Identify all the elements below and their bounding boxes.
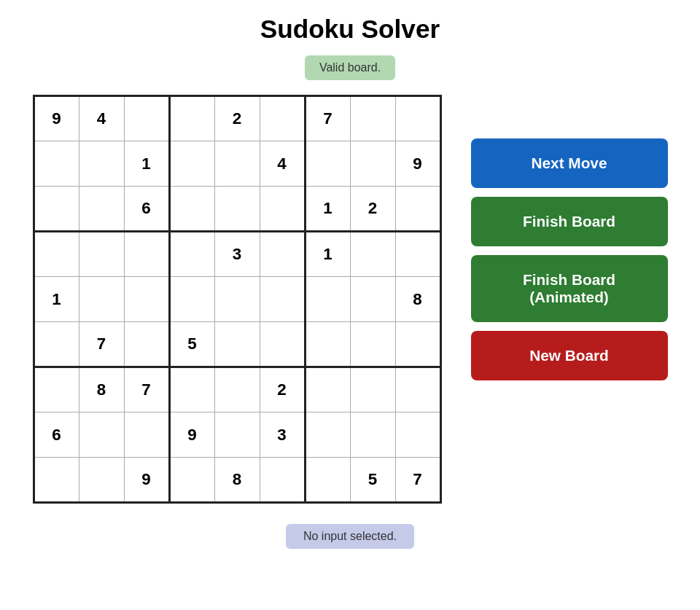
grid-cell[interactable] xyxy=(395,96,440,141)
grid-cell[interactable] xyxy=(350,141,395,187)
grid-cell[interactable] xyxy=(214,367,260,412)
grid-cell[interactable]: 9 xyxy=(395,141,440,187)
grid-cell[interactable] xyxy=(124,412,169,458)
grid-cell[interactable]: 3 xyxy=(260,412,305,458)
grid-cell[interactable] xyxy=(124,322,169,367)
grid-cell[interactable] xyxy=(350,367,395,412)
grid-cell[interactable]: 7 xyxy=(124,367,169,412)
grid-cell[interactable] xyxy=(79,458,124,503)
grid-cell[interactable]: 8 xyxy=(395,277,440,322)
grid-cell[interactable] xyxy=(79,412,124,458)
grid-cell[interactable] xyxy=(169,96,214,141)
grid-cell[interactable] xyxy=(214,187,260,232)
grid-cell[interactable]: 2 xyxy=(350,187,395,232)
grid-cell[interactable] xyxy=(305,141,350,187)
grid-cell[interactable] xyxy=(305,367,350,412)
grid-cell[interactable]: 2 xyxy=(214,96,260,141)
grid-cell[interactable] xyxy=(169,277,214,322)
grid-cell[interactable] xyxy=(34,367,79,412)
grid-cell[interactable] xyxy=(169,367,214,412)
grid-cell[interactable] xyxy=(260,187,305,232)
grid-cell[interactable] xyxy=(395,322,440,367)
grid-cell[interactable] xyxy=(395,367,440,412)
bottom-status-badge: No input selected. xyxy=(286,524,414,549)
page-title: Sudoku Solver xyxy=(260,15,440,44)
grid-cell[interactable] xyxy=(79,141,124,187)
grid-cell[interactable] xyxy=(395,412,440,458)
next-move-button[interactable]: Next Move xyxy=(471,138,668,188)
grid-cell[interactable] xyxy=(214,277,260,322)
grid-cell[interactable] xyxy=(169,187,214,232)
grid-cell[interactable] xyxy=(169,458,214,503)
grid-cell[interactable]: 8 xyxy=(79,367,124,412)
grid-cell[interactable]: 7 xyxy=(395,458,440,503)
grid-cell[interactable] xyxy=(305,412,350,458)
grid-cell[interactable] xyxy=(395,187,440,232)
new-board-button[interactable]: New Board xyxy=(471,331,668,380)
grid-cell[interactable] xyxy=(305,322,350,367)
grid-cell[interactable] xyxy=(260,96,305,141)
grid-cell[interactable] xyxy=(124,232,169,277)
grid-cell[interactable] xyxy=(79,232,124,277)
grid-cell[interactable] xyxy=(395,232,440,277)
grid-cell[interactable] xyxy=(79,277,124,322)
grid-cell[interactable]: 1 xyxy=(305,187,350,232)
grid-cell[interactable]: 9 xyxy=(34,96,79,141)
grid-cell[interactable]: 1 xyxy=(34,277,79,322)
grid-cell[interactable] xyxy=(169,141,214,187)
grid-cell[interactable] xyxy=(260,322,305,367)
sudoku-grid: 94271496123118758726939857 xyxy=(33,95,442,504)
grid-cell[interactable] xyxy=(79,187,124,232)
grid-cell[interactable]: 3 xyxy=(214,232,260,277)
grid-cell[interactable] xyxy=(260,232,305,277)
grid-cell[interactable]: 9 xyxy=(169,412,214,458)
grid-cell[interactable]: 4 xyxy=(260,141,305,187)
grid-cell[interactable] xyxy=(350,412,395,458)
grid-cell[interactable] xyxy=(124,277,169,322)
grid-cell[interactable] xyxy=(260,458,305,503)
grid-cell[interactable]: 7 xyxy=(305,96,350,141)
grid-cell[interactable] xyxy=(34,458,79,503)
grid-cell[interactable] xyxy=(214,412,260,458)
grid-cell[interactable] xyxy=(214,322,260,367)
grid-cell[interactable] xyxy=(214,141,260,187)
grid-cell[interactable]: 7 xyxy=(79,322,124,367)
grid-cell[interactable]: 4 xyxy=(79,96,124,141)
grid-cell[interactable]: 5 xyxy=(350,458,395,503)
grid-cell[interactable] xyxy=(34,187,79,232)
grid-cell[interactable]: 1 xyxy=(124,141,169,187)
grid-cell[interactable] xyxy=(350,322,395,367)
grid-cell[interactable] xyxy=(350,277,395,322)
grid-cell[interactable] xyxy=(34,232,79,277)
main-area: 94271496123118758726939857 Next Move Fin… xyxy=(33,95,668,504)
grid-cell[interactable] xyxy=(124,96,169,141)
grid-cell[interactable]: 1 xyxy=(305,232,350,277)
grid-cell[interactable]: 2 xyxy=(260,367,305,412)
finish-board-animated-button[interactable]: Finish Board (Animated) xyxy=(471,255,668,322)
grid-cell[interactable]: 9 xyxy=(124,458,169,503)
grid-cell[interactable] xyxy=(350,96,395,141)
grid-cell[interactable] xyxy=(305,277,350,322)
grid-cell[interactable]: 6 xyxy=(124,187,169,232)
grid-cell[interactable]: 6 xyxy=(34,412,79,458)
finish-board-button[interactable]: Finish Board xyxy=(471,197,668,246)
grid-cell[interactable] xyxy=(260,277,305,322)
grid-cell[interactable] xyxy=(350,232,395,277)
valid-status-badge: Valid board. xyxy=(305,55,395,80)
grid-cell[interactable]: 5 xyxy=(169,322,214,367)
grid-cell[interactable] xyxy=(34,322,79,367)
grid-cell[interactable] xyxy=(34,141,79,187)
grid-cell[interactable]: 8 xyxy=(214,458,260,503)
buttons-panel: Next Move Finish Board Finish Board (Ani… xyxy=(471,138,668,380)
sudoku-container: 94271496123118758726939857 xyxy=(33,95,442,504)
grid-cell[interactable] xyxy=(305,458,350,503)
grid-cell[interactable] xyxy=(169,232,214,277)
